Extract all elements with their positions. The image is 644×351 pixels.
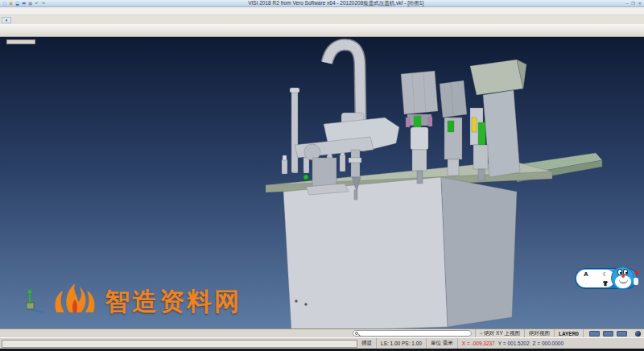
open-file-icon[interactable]: ▣ xyxy=(8,1,14,6)
filling-unit-b xyxy=(440,81,467,176)
window-title: VISI 2018 R2 from Vero Software x64 - 20… xyxy=(46,0,626,7)
coordinate-readout: X = -009.3237 Y = 001.5202 Z = 000.0000 xyxy=(457,338,568,349)
view-mode-indicator[interactable]: ⌖ 绝对 XY 上视图 xyxy=(475,329,524,337)
ime-language-toggle[interactable]: A xyxy=(584,270,588,278)
model-viewport[interactable]: 智造资料网 A ☾ · xyxy=(0,37,644,328)
status-bar-upper: ⌖ 绝对 XY 上视图 绝对视图 LAYER0 xyxy=(0,328,644,337)
undo-icon[interactable]: ↶ xyxy=(34,1,39,6)
coordinate-x: X = -009.3237 xyxy=(462,341,495,346)
quick-access-toolbar: ▢▣⬓⬒▦↶↷ xyxy=(0,1,46,6)
face-color-swatch[interactable] xyxy=(603,331,613,337)
watermark-text: 智造资料网 xyxy=(105,289,242,314)
coordinate-z: Z = 000.0000 xyxy=(533,341,564,346)
axis-mini-icon: ⌖ xyxy=(480,331,482,337)
window-controls: ‒ ❐ ✕ xyxy=(626,1,644,6)
ime-halfwidth-icon[interactable]: ☾ xyxy=(603,271,608,278)
watermark: 智造资料网 xyxy=(24,280,242,314)
close-button[interactable]: ✕ xyxy=(638,1,642,6)
view-name-indicator[interactable]: 绝对视图 xyxy=(524,329,554,337)
color-swatches xyxy=(583,329,631,337)
capping-tower xyxy=(470,60,526,180)
command-prompt-field[interactable] xyxy=(2,340,357,348)
indicator-dot xyxy=(303,175,308,180)
new-file-icon[interactable]: ▢ xyxy=(2,1,7,6)
redo-icon[interactable]: ↷ xyxy=(40,1,46,6)
ime-skin-shirt-icon[interactable] xyxy=(602,280,609,287)
ime-punctuation-icon[interactable]: · xyxy=(585,281,587,286)
restore-button[interactable]: ❐ xyxy=(631,1,634,6)
snap-label: 捕捉 xyxy=(357,340,376,347)
base-cabinet xyxy=(283,177,517,328)
filling-unit-a xyxy=(401,71,438,184)
menu-bar xyxy=(0,7,644,15)
axis-triad-icon xyxy=(24,285,45,314)
ime-toolbar[interactable]: A ☾ · xyxy=(575,266,641,293)
tab-dropdown-button[interactable]: ▾ xyxy=(2,17,11,23)
render-sphere-button[interactable] xyxy=(635,331,641,337)
line-color-swatch[interactable] xyxy=(589,331,600,337)
units-indicator[interactable]: 单位 毫米 xyxy=(426,338,457,349)
title-bar: ▢▣⬓⬒▦↶↷ VISI 2018 R2 from Vero Software … xyxy=(0,0,644,7)
minimize-button[interactable]: ‒ xyxy=(626,1,629,6)
active-layer-indicator[interactable]: LAYER0 xyxy=(554,329,583,337)
ime-notification-dot xyxy=(634,270,638,275)
feed-pipe xyxy=(327,44,361,122)
ribbon-tab-bar: ▾ xyxy=(0,15,644,24)
scale-indicator: LS: 1.00 PS: 1.00 xyxy=(376,338,426,349)
background-color-swatch[interactable] xyxy=(617,331,627,337)
search-icon xyxy=(355,332,358,335)
left-mast xyxy=(290,88,299,172)
ime-expand-tag[interactable] xyxy=(634,278,638,285)
status-bar-lower: 捕捉 LS: 1.00 PS: 1.00 单位 毫米 X = -009.3237… xyxy=(0,337,644,349)
doraemon-icon xyxy=(611,266,634,290)
save-icon[interactable]: ⬓ xyxy=(14,1,20,6)
left-floating-toolbar xyxy=(6,39,35,44)
ribbon-toolbar xyxy=(0,24,644,37)
watermark-logo-icon xyxy=(50,280,100,314)
search-input[interactable] xyxy=(353,330,472,337)
ime-status-pill: A ☾ · xyxy=(576,270,615,287)
coordinate-y: Y = 001.5202 xyxy=(498,341,530,346)
save-all-icon[interactable]: ⬒ xyxy=(21,1,27,6)
print-icon[interactable]: ▦ xyxy=(27,1,33,6)
